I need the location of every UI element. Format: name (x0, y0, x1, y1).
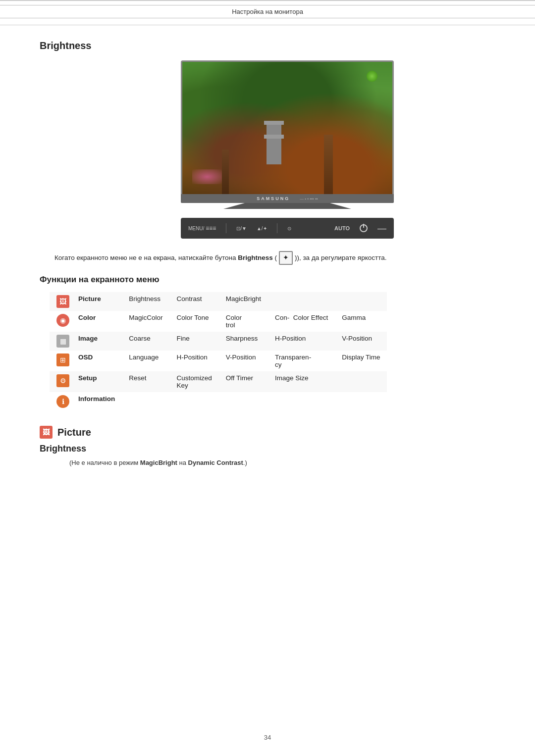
row-col-5: Gamma (335, 311, 387, 332)
row-category: Picture (71, 292, 122, 311)
row-col-3: Off Timer (219, 371, 268, 392)
row-category: Setup (71, 371, 122, 392)
table-row: ℹ Information (50, 392, 387, 411)
page-number: 34 (0, 734, 535, 741)
row-col-2: H-Position (170, 351, 219, 371)
pagoda-decoration (267, 125, 281, 164)
row-icon-cell: ◉ (50, 311, 71, 332)
monitor-base-bar: SAMSUNG — • ▪ ▪▪▪ ▪▪ (181, 194, 394, 203)
row-col-5 (335, 371, 387, 392)
row-col-5 (335, 292, 387, 311)
source-button[interactable]: ⊙ (287, 226, 291, 231)
row-col-2: Fine (170, 332, 219, 351)
row-col-2: Contrast (170, 292, 219, 311)
ctrl-separator-2 (277, 223, 277, 233)
row-col-1: MagicColor (122, 311, 169, 332)
description-bold: Brightness (238, 254, 273, 261)
note-magicbright: MagicBright (140, 459, 177, 466)
row-icon-cell: ⚙ (50, 371, 71, 392)
row-col-4 (268, 292, 335, 311)
picture-section-icon: 🖼 (40, 426, 53, 439)
page-header: Настройка на монитора (0, 0, 535, 25)
row-col-1: Reset (122, 371, 169, 392)
color-icon: ◉ (56, 314, 69, 327)
row-col-3 (219, 392, 268, 411)
source-icon: ⊙ (287, 226, 291, 231)
picture-section-header: 🖼 Picture (40, 426, 495, 439)
brightness-adjust-button[interactable]: ▲/✦ (257, 226, 267, 231)
table-row: 🖼 Picture Brightness Contrast MagicBrigh… (50, 292, 387, 311)
row-icon-cell: ℹ (50, 392, 71, 411)
row-icon-cell: ⊞ (50, 351, 71, 371)
note-dynamic-contrast: Dynamic Contrast (188, 459, 243, 466)
note-suffix: .) (243, 459, 247, 466)
table-row: ◉ Color MagicColor Color Tone Colortrol … (50, 311, 387, 332)
row-col-4: Con- Color Effect (268, 311, 335, 332)
page-container: Настройка на монитора Brightness (0, 0, 535, 756)
monitor-controls-dots: — • ▪ ▪▪▪ ▪▪ (300, 197, 318, 201)
row-col-3: Sharpness (219, 332, 268, 351)
row-col-2: CustomizedKey (170, 371, 219, 392)
row-col-4 (268, 392, 335, 411)
description-before: Когато екранното меню не е на екрана, на… (54, 254, 238, 261)
brightness-description: Когато екранното меню не е на екрана, на… (54, 251, 495, 265)
row-col-5 (335, 392, 387, 411)
info-icon: ℹ (56, 395, 69, 408)
row-category: Color (71, 311, 122, 332)
row-col-4: Image Size (268, 371, 335, 392)
picture-section-title: Picture (57, 427, 91, 438)
auto-button[interactable]: AUTO (334, 225, 350, 231)
note-prefix: (Не е налично в режим (69, 459, 140, 466)
brightness-title: Brightness (40, 40, 495, 51)
header-title: Настройка на монитора (232, 8, 303, 15)
row-category: Image (71, 332, 122, 351)
menu-icon: ≡≡≡ (206, 225, 216, 232)
row-col-3: Colortrol (219, 311, 268, 332)
brightness-icon: ▲/✦ (257, 226, 267, 231)
row-icon-cell: ▦ (50, 332, 71, 351)
row-col-1: Language (122, 351, 169, 371)
menu-label: MENU/ (188, 226, 204, 231)
monitor-screen (181, 60, 394, 194)
monitor-controls-bar: MENU/ ≡≡≡ ⊡/▼ ▲/✦ ⊙ AUTO — (181, 218, 394, 239)
setup-icon: ⚙ (56, 374, 69, 387)
osd-icon: ⊞ (56, 353, 69, 366)
monitor-image-wrapper: SAMSUNG — • ▪ ▪▪▪ ▪▪ MENU/ ≡≡≡ ⊡/▼ ▲/✦ (79, 60, 495, 239)
brightness-sub-title: Brightness (40, 444, 495, 454)
table-row: ▦ Image Coarse Fine Sharpness H-Position… (50, 332, 387, 351)
row-col-1: Brightness (122, 292, 169, 311)
row-col-1: Coarse (122, 332, 169, 351)
row-icon-cell: 🖼 (50, 292, 71, 311)
description-after: ), за да регулирате яркостта. (297, 254, 386, 261)
tree-trunk (324, 135, 333, 194)
power-button[interactable] (360, 224, 368, 232)
picture-icon: 🖼 (56, 295, 69, 308)
note-middle: на (177, 459, 188, 466)
row-col-4: H-Position (268, 332, 335, 351)
monitor-stand (181, 203, 394, 209)
table-row: ⊞ OSD Language H-Position V-Position Tra… (50, 351, 387, 371)
row-col-2 (170, 392, 219, 411)
row-col-5: Display Time (335, 351, 387, 371)
table-row: ⚙ Setup Reset CustomizedKey Off Timer Im… (50, 371, 387, 392)
row-col-4: Transparen-cy (268, 351, 335, 371)
row-category: OSD (71, 351, 122, 371)
minus-button[interactable]: — (377, 223, 386, 234)
monitor-brand: SAMSUNG (257, 196, 290, 201)
nav-button[interactable]: ⊡/▼ (236, 226, 247, 231)
row-col-1 (122, 392, 169, 411)
row-col-3: MagicBright (219, 292, 268, 311)
nav-icon: ⊡/▼ (236, 226, 247, 231)
row-col-3: V-Position (219, 351, 268, 371)
monitor-screen-inner (182, 62, 392, 194)
flowers (192, 169, 222, 184)
content-area: Brightness SAMSUNG — • ▪ ▪ (0, 40, 535, 466)
row-col-5: V-Position (335, 332, 387, 351)
tree-trunk-2 (222, 150, 229, 194)
menu-button[interactable]: MENU/ ≡≡≡ (188, 225, 216, 232)
row-category: Information (71, 392, 122, 411)
osd-title: Функции на екранното меню (40, 275, 495, 285)
ctrl-separator-1 (226, 223, 226, 233)
brightness-icon-inline: ✦ (279, 251, 293, 265)
brightness-note: (Не е налично в режим MagicBright на Dyn… (69, 459, 495, 466)
